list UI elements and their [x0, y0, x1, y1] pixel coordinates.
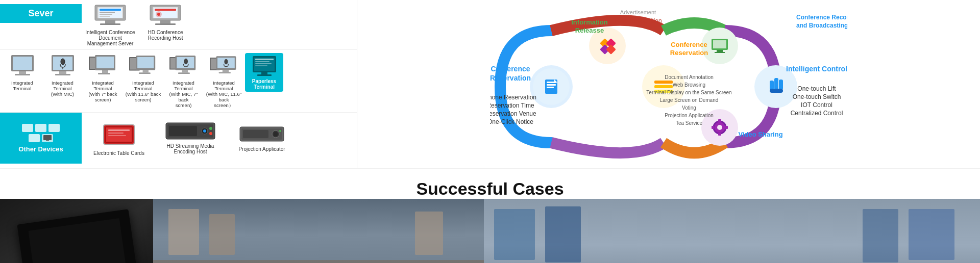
svg-text:Terminal Display on the Same S: Terminal Display on the Same Screen: [646, 90, 731, 95]
server-items: Intelligent Conference Document Manageme…: [82, 0, 357, 49]
svg-text:Document Annotation: Document Annotation: [665, 74, 714, 80]
bottom-devices: Electronic Table Cards: [82, 113, 357, 164]
svg-rect-52: [219, 72, 231, 73]
paperless-icon: [251, 55, 278, 78]
svg-rect-2: [105, 20, 115, 23]
other-devices-icons: [20, 124, 61, 142]
svg-rect-32: [102, 70, 108, 73]
svg-rect-44: [182, 70, 188, 73]
svg-rect-105: [770, 81, 774, 90]
encoding-icon: [165, 122, 216, 141]
terminal-11back: IntegratedTerminal(With 11.6" backscreen…: [124, 53, 162, 102]
svg-rect-39: [139, 72, 151, 74]
successful-cases-title: Successful Cases: [416, 179, 564, 199]
room-item-2: [209, 214, 235, 255]
svg-rect-102: [717, 50, 723, 52]
server-item-hd: HD Conference Recording Host: [140, 3, 191, 41]
terminal-mic-7: IntegratedTerminal(With MIC, 7" backscre…: [164, 53, 203, 108]
center-diagram: Conference Reservation Phone Reservation…: [357, 0, 980, 168]
terminal-label-7back: IntegratedTerminal(With 7" backscreen): [88, 80, 117, 102]
main-row: Sever: [0, 0, 980, 168]
svg-rect-106: [774, 78, 778, 90]
svg-rect-57: [255, 61, 270, 62]
svg-text:One-Click Notice: One-Click Notice: [490, 118, 533, 125]
svg-rect-114: [712, 126, 714, 129]
svg-text:Advertisement: Advertisement: [620, 9, 656, 15]
svg-text:Projection Application: Projection Application: [665, 113, 714, 118]
svg-text:Conference: Conference: [491, 65, 530, 73]
eq-screen-3: [909, 209, 954, 260]
bottom-device-table-cards: Electronic Table Cards: [86, 121, 152, 156]
eq-screen-2: [545, 206, 581, 262]
terminal-7back: IntegratedTerminal(With 7" backscreen): [84, 53, 122, 102]
svg-text:One-touch Lift: One-touch Lift: [797, 85, 836, 92]
terminal-icon-mic-7: [169, 53, 198, 78]
svg-point-26: [61, 59, 65, 65]
svg-text:Conference: Conference: [671, 41, 707, 48]
svg-rect-14: [155, 9, 176, 11]
svg-point-74: [203, 129, 206, 133]
cases-images-row: [0, 199, 980, 263]
od-icon-3: [48, 124, 60, 132]
case-image-conference: [153, 199, 484, 263]
svg-rect-97: [654, 85, 673, 88]
svg-rect-24: [59, 71, 66, 74]
server-icon-intelligent: [92, 3, 128, 28]
terminal-label-mic-7: IntegratedTerminal(With MIC, 7" backscre…: [164, 80, 203, 108]
svg-rect-108: [770, 89, 783, 93]
svg-text:Centralized Control: Centralized Control: [791, 110, 843, 117]
paperless-terminal: Paperless Terminal: [245, 53, 283, 92]
eq-screen-1: [494, 209, 535, 260]
svg-rect-79: [243, 130, 268, 138]
terminal-integrated-mic: IntegratedTerminal(With MIC): [43, 53, 82, 97]
terminal-label-mic: IntegratedTerminal(With MIC): [51, 80, 74, 97]
svg-rect-7: [100, 14, 112, 15]
svg-text:Reservation Time: Reservation Time: [490, 102, 534, 109]
terminal-label-11back: IntegratedTerminal(With 11.6" backscreen…: [126, 80, 161, 102]
terminal-icon-mic-11: [210, 53, 238, 78]
svg-rect-62: [43, 135, 52, 140]
svg-rect-69: [108, 135, 126, 136]
case-image-device: [0, 199, 153, 263]
room-item-1: [168, 209, 199, 255]
page-container: Sever: [0, 0, 980, 263]
successful-cases-section: Successful Cases: [0, 168, 980, 263]
svg-rect-25: [55, 74, 70, 75]
server-icon-hd: [148, 3, 183, 28]
svg-rect-11: [160, 20, 170, 23]
sever-column: Sever: [0, 0, 82, 49]
svg-rect-33: [98, 73, 110, 74]
terminal-label-integrated: IntegratedTerminal: [11, 80, 33, 91]
svg-text:Large Screen on Demand: Large Screen on Demand: [660, 97, 719, 103]
od-icon-monitor: [42, 134, 53, 142]
svg-rect-67: [108, 129, 130, 131]
svg-rect-38: [143, 70, 149, 73]
svg-text:IOT Control: IOT Control: [801, 101, 832, 109]
od-icon-4: [29, 134, 40, 142]
svg-rect-107: [779, 80, 783, 90]
svg-text:Reservation Venue: Reservation Venue: [490, 110, 536, 117]
server-label-intelligent: Intelligent Conference Document Manageme…: [85, 30, 136, 46]
projection-label: Projection Applicator: [238, 146, 285, 152]
svg-rect-61: [257, 74, 272, 76]
svg-point-81: [274, 132, 278, 136]
svg-text:and Broadcasting: and Broadcasting: [796, 22, 847, 29]
device-silhouette: [17, 209, 139, 263]
svg-rect-37: [137, 57, 154, 68]
svg-text:Reservation: Reservation: [490, 74, 531, 82]
svg-rect-21: [15, 74, 30, 75]
svg-rect-68: [108, 133, 124, 134]
svg-rect-88: [547, 87, 554, 88]
bottom-device-encoding: HD Streaming Media Encoding Host: [157, 122, 224, 154]
svg-text:One-touch Switch: One-touch Switch: [793, 93, 841, 100]
svg-rect-58: [255, 63, 272, 64]
bottom-device-projection: Projection Applicator: [229, 125, 295, 152]
svg-rect-19: [13, 57, 32, 70]
svg-text:Reservation: Reservation: [670, 49, 708, 57]
sever-bar: Sever: [0, 4, 82, 23]
svg-rect-56: [255, 59, 274, 60]
svg-rect-101: [713, 40, 726, 48]
other-devices-panel: Other Devices: [0, 113, 82, 164]
diagram-svg: Conference Reservation Phone Reservation…: [490, 5, 847, 163]
svg-point-111: [717, 125, 722, 130]
